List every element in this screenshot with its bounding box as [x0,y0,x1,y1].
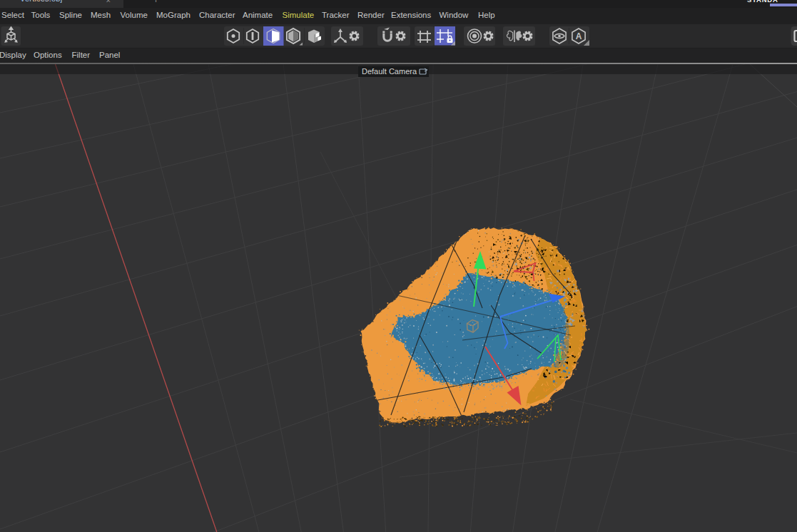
svg-text:A: A [576,31,582,41]
